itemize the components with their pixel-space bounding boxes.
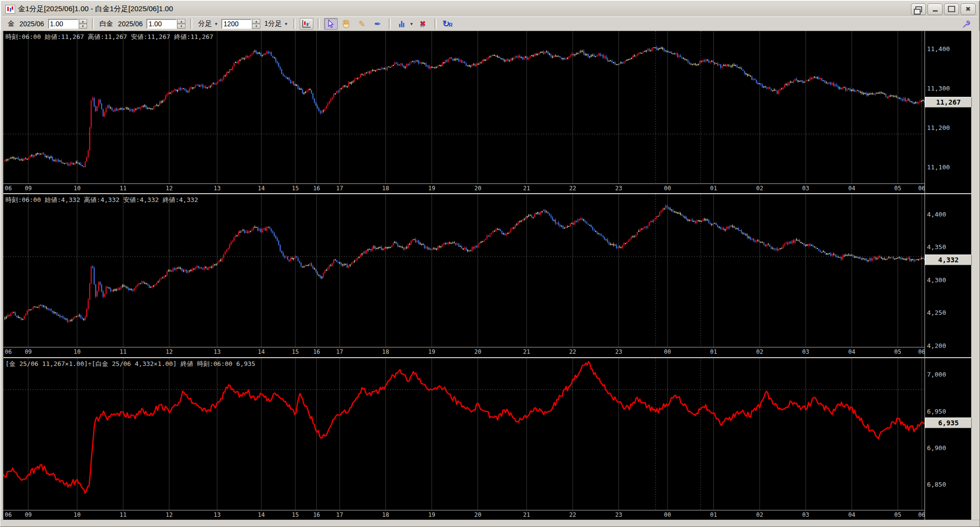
time-axis-label: 10 bbox=[72, 511, 82, 518]
time-axis-label: 03 bbox=[801, 511, 811, 518]
overlapping-windows-icon bbox=[915, 6, 922, 12]
gold-multiplier-up-button[interactable]: ▲ bbox=[79, 19, 87, 24]
time-axis-label: 14 bbox=[256, 511, 266, 518]
platinum-chart-time-axis: 0609101112131415161718192021222300010203… bbox=[3, 347, 925, 357]
time-axis-label: 17 bbox=[335, 348, 345, 355]
pen-tool-button[interactable]: ✒ bbox=[371, 18, 384, 30]
platinum-multiplier-down-button[interactable]: ▼ bbox=[177, 24, 185, 29]
chevron-down-icon: ▼ bbox=[214, 22, 218, 26]
time-axis-label: 21 bbox=[522, 185, 531, 192]
price-axis-label: 4,200 bbox=[927, 342, 946, 349]
time-axis-label: 12 bbox=[164, 511, 174, 518]
price-axis-label: 11,200 bbox=[927, 124, 950, 131]
time-axis-label: 16 bbox=[312, 185, 322, 192]
gold-label: 金 bbox=[8, 19, 15, 28]
candle-chart-arrow-icon bbox=[302, 19, 311, 28]
time-axis-label: 01 bbox=[709, 511, 719, 518]
platinum-label: 白金 bbox=[100, 19, 113, 28]
time-axis-label: 03 bbox=[801, 348, 811, 355]
app-icon bbox=[5, 5, 15, 14]
bar-count-up-button[interactable]: ▲ bbox=[252, 19, 260, 24]
timeframe-dropdown[interactable]: 1分足 bbox=[264, 19, 282, 28]
app-window: 金1分足[2025/06]1.00 - 白金1分足[2025/06]1.00 ✖… bbox=[0, 0, 980, 527]
price-axis-label: 11,100 bbox=[927, 164, 950, 171]
time-axis-label: 23 bbox=[614, 511, 624, 518]
time-axis-label: 17 bbox=[335, 511, 345, 518]
minimize-button[interactable] bbox=[927, 3, 943, 15]
time-axis-label: 11 bbox=[118, 185, 128, 192]
time-axis-label: 18 bbox=[381, 348, 391, 355]
time-axis-label: 15 bbox=[290, 511, 300, 518]
titlebar[interactable]: 金1分足[2025/06]1.00 - 白金1分足[2025/06]1.00 ✖ bbox=[2, 2, 978, 16]
platinum-contract-month: 2025/06 bbox=[118, 20, 143, 28]
time-axis-label: 18 bbox=[381, 185, 391, 192]
price-axis-label: 6,850 bbox=[927, 481, 946, 488]
spread-chart-time-axis: 0609101112131415161718192021222300010203… bbox=[3, 510, 925, 520]
gold-contract-month: 2025/06 bbox=[19, 20, 44, 28]
price-axis-label: 7,000 bbox=[927, 371, 946, 378]
pencil-tool-button[interactable]: ✎ bbox=[355, 18, 369, 30]
time-axis-label: 10 bbox=[72, 185, 82, 192]
time-axis-label: 01 bbox=[709, 185, 719, 192]
time-axis-label: 10 bbox=[72, 348, 82, 355]
time-axis-label: 11 bbox=[118, 348, 128, 355]
time-axis-label: 02 bbox=[755, 511, 764, 518]
gold-multiplier-down-button[interactable]: ▼ bbox=[79, 24, 87, 29]
window-frame-left bbox=[0, 31, 3, 521]
reload-button[interactable]: ↻R bbox=[441, 18, 454, 30]
pencil-icon: ✎ bbox=[359, 19, 365, 29]
spread-chart-header: [金 25/06 11,267×1.00]÷[白金 25/06 4,332×1.… bbox=[5, 360, 255, 368]
delete-drawing-button[interactable]: ✖ bbox=[417, 18, 430, 30]
chart-client-area: 時刻:06:00 始値:11,267 高値:11,267 安値:11,267 終… bbox=[3, 31, 972, 521]
close-button[interactable]: ✖ bbox=[961, 3, 976, 15]
time-axis-label: 13 bbox=[212, 348, 222, 355]
time-axis-label: 06 bbox=[3, 348, 13, 355]
price-axis-label: 11,300 bbox=[927, 85, 950, 92]
platinum-chart-price-axis: 4,4004,3504,3004,2504,2004,332 bbox=[925, 194, 972, 357]
time-axis-label: 14 bbox=[256, 348, 266, 355]
spread-chart-plot[interactable]: [金 25/06 11,267×1.00]÷[白金 25/06 4,332×1.… bbox=[3, 358, 925, 510]
price-axis-label: 4,400 bbox=[927, 211, 946, 218]
gold-chart-plot[interactable]: 時刻:06:00 始値:11,267 高値:11,267 安値:11,267 終… bbox=[3, 31, 925, 183]
toolbar-separator bbox=[389, 18, 391, 29]
maximize-icon bbox=[948, 6, 955, 12]
time-axis-label: 20 bbox=[473, 348, 483, 355]
pan-tool-button[interactable] bbox=[340, 18, 353, 30]
interval-dropdown[interactable]: 分足 bbox=[198, 19, 212, 28]
chevron-down-icon: ▼ bbox=[284, 22, 288, 26]
time-axis-label: 16 bbox=[312, 511, 322, 518]
time-axis-label: 05 bbox=[893, 348, 903, 355]
minimize-icon bbox=[933, 10, 938, 12]
time-axis-label: 23 bbox=[614, 348, 624, 355]
platinum-multiplier-input[interactable] bbox=[146, 19, 177, 29]
close-icon: ✖ bbox=[965, 5, 971, 13]
gold-multiplier-input[interactable] bbox=[48, 19, 78, 29]
time-axis-label: 06 bbox=[3, 185, 13, 192]
bar-chart-icon bbox=[399, 20, 404, 27]
bar-count-down-button[interactable]: ▼ bbox=[252, 24, 260, 29]
time-axis-label: 22 bbox=[568, 511, 578, 518]
time-axis-label: 15 bbox=[290, 185, 300, 192]
time-axis-label: 06 bbox=[3, 511, 13, 518]
cursor-tool-button[interactable] bbox=[324, 18, 338, 30]
time-axis-label: 04 bbox=[847, 348, 856, 355]
settings-wrench-button[interactable] bbox=[960, 18, 974, 30]
gold-chart-time-axis: 0609101112131415161718192021222300010203… bbox=[3, 183, 925, 193]
gold-chart-price-axis: 11,40011,30011,20011,10011,267 bbox=[925, 31, 972, 193]
bar-count-spinner: ▲ ▼ bbox=[221, 19, 260, 29]
maximize-button[interactable] bbox=[944, 3, 959, 15]
price-axis-label: 6,900 bbox=[927, 444, 946, 452]
platinum-chart-panel: 時刻:06:00 始値:4,332 高値:4,332 安値:4,332 終値:4… bbox=[3, 194, 972, 357]
bar-count-input[interactable] bbox=[221, 19, 252, 29]
price-axis-label: 11,400 bbox=[927, 45, 950, 53]
chevron-down-icon: ▼ bbox=[410, 22, 414, 26]
float-window-button[interactable] bbox=[911, 3, 926, 15]
gold-chart-panel: 時刻:06:00 始値:11,267 高値:11,267 安値:11,267 終… bbox=[3, 31, 972, 193]
time-axis-label: 23 bbox=[614, 185, 624, 192]
chart-type-button[interactable] bbox=[395, 18, 409, 30]
time-axis-label: 12 bbox=[164, 185, 174, 192]
window-title: 金1分足[2025/06]1.00 - 白金1分足[2025/06]1.00 bbox=[18, 4, 173, 14]
platinum-chart-plot[interactable]: 時刻:06:00 始値:4,332 高値:4,332 安値:4,332 終値:4… bbox=[3, 194, 925, 347]
chart-settings-button[interactable] bbox=[300, 18, 313, 30]
platinum-multiplier-up-button[interactable]: ▲ bbox=[177, 19, 185, 24]
